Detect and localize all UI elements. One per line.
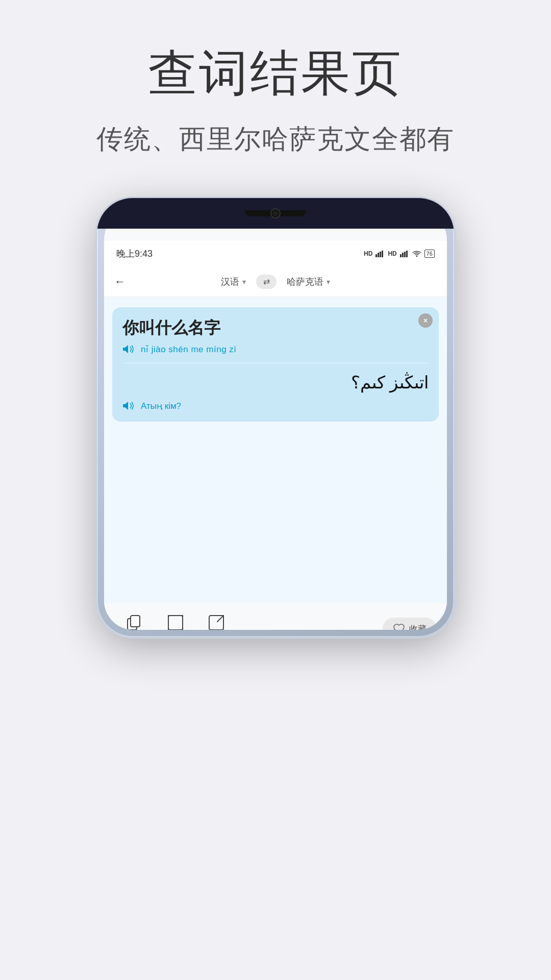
card-divider xyxy=(122,363,429,363)
action-bar: 复制 全屏 xyxy=(104,603,447,630)
svg-rect-3 xyxy=(382,251,383,257)
phone-frame: 晚上9:43 HD HD xyxy=(97,198,454,637)
action-items-left: 复制 全屏 xyxy=(114,614,248,630)
switch-icon: ⇄ xyxy=(263,277,270,286)
signal-icon-2 xyxy=(400,250,409,257)
favorite-button[interactable]: 收藏 xyxy=(383,618,437,630)
translation-card: × 你叫什么名字 nǐ jiào shén me míng zì xyxy=(112,307,439,422)
tts-target-button[interactable] xyxy=(122,401,136,411)
status-icons: HD HD xyxy=(364,250,435,258)
target-lang-label: 哈萨克语 xyxy=(287,276,323,288)
arabic-script-text: اتىڭىز كىم؟ xyxy=(122,370,429,396)
phone-mockup: 晚上9:43 HD HD xyxy=(97,198,454,637)
svg-rect-7 xyxy=(406,251,408,257)
svg-rect-11 xyxy=(168,616,183,630)
favorite-label: 收藏 xyxy=(409,623,427,630)
source-text: 你叫什么名字 xyxy=(122,317,429,339)
screen-content: × 你叫什么名字 nǐ jiào shén me míng zì xyxy=(104,297,447,630)
tts-source-button[interactable] xyxy=(122,344,136,354)
svg-rect-6 xyxy=(404,252,406,257)
source-lang-chevron: ▾ xyxy=(242,278,246,286)
svg-rect-10 xyxy=(131,616,140,627)
copy-action[interactable]: 复制 xyxy=(114,614,155,630)
svg-rect-1 xyxy=(378,253,379,257)
nav-bar: ← 汉语 ▾ ⇄ 哈萨克语 ▾ xyxy=(104,266,447,297)
phone-screen: 晚上9:43 HD HD xyxy=(104,210,447,630)
page-subtitle: 传统、西里尔哈萨克文全都有 xyxy=(96,121,455,157)
latin-row: Атың кім? xyxy=(122,401,429,411)
front-camera xyxy=(270,208,281,218)
svg-rect-4 xyxy=(400,254,402,257)
svg-rect-5 xyxy=(402,253,404,257)
target-lang-chevron: ▾ xyxy=(327,278,330,286)
svg-point-8 xyxy=(416,256,417,257)
svg-rect-2 xyxy=(380,252,381,257)
source-lang-label: 汉语 xyxy=(221,276,239,288)
status-bar: 晚上9:43 HD HD xyxy=(104,241,447,266)
pinyin-row: nǐ jiào shén me míng zì xyxy=(122,344,429,355)
hd-badge-2: HD xyxy=(388,250,396,257)
close-button[interactable]: × xyxy=(418,313,433,328)
latin-script-text: Атың кім? xyxy=(141,401,181,411)
hd-badge-1: HD xyxy=(364,250,372,257)
lang-switch-button[interactable]: ⇄ xyxy=(256,275,277,289)
battery-icon: 76 xyxy=(424,250,435,258)
share-action[interactable]: 分享 xyxy=(196,614,237,630)
fullscreen-action[interactable]: 全屏 xyxy=(155,614,196,630)
phone-notch xyxy=(97,198,454,229)
svg-rect-0 xyxy=(375,254,377,257)
source-lang-selector[interactable]: 汉语 ▾ xyxy=(221,276,246,288)
camera-bump xyxy=(245,210,306,216)
back-button[interactable]: ← xyxy=(114,275,126,288)
page-title: 查词结果页 xyxy=(148,41,403,107)
signal-icon xyxy=(375,250,385,257)
pinyin-text: nǐ jiào shén me míng zì xyxy=(141,344,237,355)
wifi-icon xyxy=(412,250,421,257)
status-time: 晚上9:43 xyxy=(116,248,153,260)
target-lang-selector[interactable]: 哈萨克语 ▾ xyxy=(287,276,330,288)
